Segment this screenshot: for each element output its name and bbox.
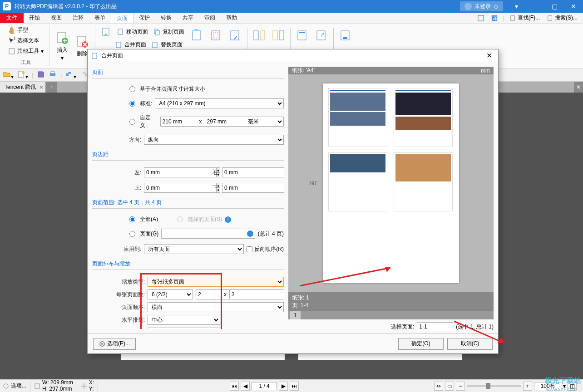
file-menu[interactable]: 文件 bbox=[0, 13, 24, 23]
menu-share[interactable]: 共享 bbox=[177, 13, 199, 23]
view-mode-button[interactable]: ◫ bbox=[568, 382, 577, 391]
menu-view[interactable]: 视图 bbox=[45, 13, 67, 23]
dropdown-button[interactable]: ▾ bbox=[507, 0, 526, 13]
margin-left-input[interactable]: ▲▼ bbox=[144, 167, 180, 177]
page-order-select[interactable]: 横向 bbox=[148, 302, 284, 312]
menu-protect[interactable]: 保护 bbox=[133, 13, 155, 23]
menu-review[interactable]: 审阅 bbox=[199, 13, 221, 23]
page-nav-input[interactable] bbox=[252, 382, 277, 390]
menu-annotate[interactable]: 注释 bbox=[67, 13, 89, 23]
custom-height-input[interactable]: ▲▼ bbox=[205, 117, 241, 127]
margin-top-input[interactable]: ▲▼ bbox=[144, 183, 180, 193]
radio-all-pages[interactable] bbox=[129, 216, 135, 222]
split-page-icon[interactable] bbox=[252, 28, 267, 43]
ok-button[interactable]: 确定(O) bbox=[398, 338, 444, 350]
menu-start[interactable]: 开始 bbox=[24, 13, 45, 23]
h-align-select[interactable]: 中心 bbox=[148, 315, 220, 325]
merge-page-button[interactable]: 合并页面 bbox=[114, 40, 148, 49]
new-file-icon[interactable]: ▾ bbox=[17, 70, 28, 80]
last-page-button[interactable]: ⏭ bbox=[290, 382, 299, 391]
menu-page[interactable]: 页面 bbox=[111, 13, 133, 23]
zoom-dropdown-icon[interactable]: ▾ bbox=[563, 383, 566, 389]
rotate-page-icon[interactable] bbox=[190, 28, 204, 43]
search-button[interactable]: 搜索(S)... bbox=[545, 14, 579, 22]
zoom-out-button[interactable]: − bbox=[456, 382, 465, 391]
preview-paper-info: 纸张: 1 bbox=[292, 294, 490, 302]
orientation-select[interactable]: 纵向 bbox=[144, 135, 284, 145]
page-label-icon[interactable] bbox=[338, 28, 353, 43]
info-icon[interactable]: i bbox=[247, 230, 253, 237]
next-page-button[interactable]: ▶ bbox=[279, 382, 288, 391]
radio-page-range[interactable] bbox=[129, 231, 135, 237]
select-text-tool[interactable]: T选择文本 bbox=[6, 36, 41, 45]
minimize-button[interactable]: — bbox=[526, 0, 545, 13]
add-tab-button[interactable]: + bbox=[46, 82, 57, 93]
page-number-icon[interactable]: # bbox=[314, 28, 329, 43]
svg-rect-34 bbox=[51, 72, 54, 74]
dialog-close-button[interactable]: ✕ bbox=[484, 50, 494, 61]
close-button[interactable]: ✕ bbox=[564, 0, 583, 13]
find-button[interactable]: 查找(F)... bbox=[508, 14, 542, 22]
fit-width-button[interactable]: ⇔ bbox=[434, 382, 443, 391]
standard-size-select[interactable]: A4 (210 x 297 mm) bbox=[155, 98, 284, 108]
document-tab[interactable]: Tencent 腾讯 ✕ bbox=[0, 82, 45, 93]
insert-page-button[interactable]: 插入▾ bbox=[53, 30, 71, 62]
pages-x-input[interactable]: ▲▼ bbox=[196, 289, 221, 299]
info-icon[interactable]: i bbox=[225, 216, 231, 223]
copy-page-button[interactable]: 复制页面 bbox=[152, 25, 186, 38]
margin-right-input[interactable]: ▲▼ bbox=[222, 167, 258, 177]
tabs-close-all[interactable]: ✕ bbox=[574, 82, 583, 93]
app-logo-icon: P bbox=[3, 2, 11, 10]
header-footer-icon[interactable] bbox=[295, 28, 310, 43]
preview-area[interactable]: 210 297 bbox=[288, 74, 494, 292]
menu-help[interactable]: 帮助 bbox=[221, 13, 242, 23]
user-status-area[interactable]: 未登录 ◇ bbox=[460, 1, 503, 11]
pages-per-sheet-select[interactable]: 6 (2/3) bbox=[148, 289, 193, 299]
open-file-icon[interactable]: ▾ bbox=[3, 70, 14, 80]
undo-icon[interactable]: ▾ bbox=[65, 70, 76, 80]
swap-page-icon[interactable] bbox=[271, 28, 286, 43]
pages-y-input[interactable]: ▲▼ bbox=[229, 289, 255, 299]
replace-page-button[interactable]: 替换页面 bbox=[150, 40, 184, 49]
apply-to-select[interactable]: 所有页面 bbox=[144, 244, 244, 254]
move-page-button[interactable]: 移动页面 bbox=[115, 25, 150, 38]
margin-bottom-input[interactable]: ▲▼ bbox=[222, 183, 258, 193]
dimensions-icon bbox=[34, 383, 40, 389]
save-icon[interactable] bbox=[37, 70, 45, 80]
close-tab-icon[interactable]: ✕ bbox=[40, 85, 43, 90]
unit-select[interactable]: 毫米 bbox=[244, 117, 284, 127]
zoom-in-button[interactable]: + bbox=[523, 382, 532, 391]
svg-rect-43 bbox=[35, 384, 40, 388]
first-page-button[interactable]: ⏮ bbox=[230, 382, 239, 391]
other-tools[interactable]: 其他工具 ▾ bbox=[6, 46, 45, 56]
thumbnail-bar[interactable]: 1 bbox=[288, 311, 494, 319]
crop-page-icon[interactable] bbox=[209, 28, 223, 43]
app-title: 转转大师PDF编辑器 v2.0.0.2 - 印了么出品 bbox=[15, 3, 460, 10]
maximize-button[interactable]: ▢ bbox=[545, 0, 564, 13]
select-page-input[interactable] bbox=[417, 322, 453, 331]
fullscreen-icon[interactable] bbox=[476, 15, 486, 21]
svg-text:#: # bbox=[321, 32, 324, 39]
scale-type-select[interactable]: 每张纸多页面 bbox=[148, 277, 284, 287]
radio-merge-size[interactable] bbox=[129, 86, 135, 92]
resize-page-icon[interactable] bbox=[228, 28, 242, 43]
cancel-button[interactable]: 取消(C) bbox=[447, 338, 493, 350]
extract-button[interactable] bbox=[99, 25, 114, 38]
radio-custom[interactable] bbox=[129, 119, 135, 125]
fit-page-button[interactable]: ▭ bbox=[445, 382, 454, 391]
zoom-slider[interactable] bbox=[467, 385, 521, 387]
reverse-order-checkbox[interactable] bbox=[247, 246, 252, 252]
options-button[interactable]: 选项(P)... bbox=[93, 338, 136, 350]
radio-standard[interactable] bbox=[129, 101, 135, 107]
page-range-input[interactable] bbox=[161, 229, 255, 239]
menu-convert[interactable]: 转换 bbox=[155, 13, 177, 23]
translate-icon[interactable]: 译 bbox=[489, 15, 499, 21]
print-icon[interactable] bbox=[49, 70, 57, 80]
v-align-select[interactable]: 中间 bbox=[148, 328, 220, 329]
status-options[interactable]: 选项... bbox=[11, 382, 26, 390]
prev-page-button[interactable]: ◀ bbox=[241, 382, 250, 391]
custom-width-input[interactable]: ▲▼ bbox=[160, 117, 197, 127]
hand-tool[interactable]: 手型 bbox=[6, 25, 30, 35]
zoom-input[interactable] bbox=[534, 382, 561, 390]
menu-form[interactable]: 表单 bbox=[89, 13, 111, 23]
